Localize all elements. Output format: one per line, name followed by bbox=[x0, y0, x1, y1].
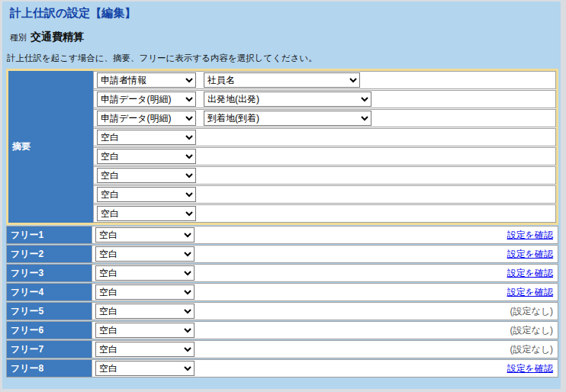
free-6-no-setting-text: (設定なし) bbox=[510, 325, 553, 336]
summary-4-source-select[interactable]: 空白 bbox=[97, 130, 196, 145]
free-4-confirm-settings-link[interactable]: 設定を確認 bbox=[507, 287, 553, 297]
summary-3-source-select[interactable]: 申請データ(明細) bbox=[97, 111, 196, 126]
free-7-content: 空白 (設定なし) bbox=[92, 341, 558, 358]
free-row-7: フリー7 空白 (設定なし) bbox=[6, 340, 558, 358]
free-row-5: フリー5 空白 (設定なし) bbox=[6, 302, 558, 320]
summary-section: 摘要 申請者情報 社員名 申請データ(明細) 出発地(出発) 申請データ(明細)… bbox=[6, 69, 558, 225]
summary-row-1: 申請者情報 社員名 bbox=[94, 71, 556, 89]
free-7-no-setting-text: (設定なし) bbox=[510, 344, 553, 355]
free-3-row-header: フリー3 bbox=[7, 265, 92, 281]
free-1-row-header: フリー1 bbox=[7, 227, 92, 243]
free-1-source-select[interactable]: 空白 bbox=[95, 227, 195, 243]
summary-8-source-select[interactable]: 空白 bbox=[97, 206, 196, 221]
category-label: 種別 bbox=[10, 33, 27, 42]
free-3-content: 空白 設定を確認 bbox=[92, 265, 558, 281]
free-2-content: 空白 設定を確認 bbox=[92, 246, 558, 262]
free-8-source-select[interactable]: 空白 bbox=[95, 361, 195, 376]
free-6-row-header: フリー6 bbox=[7, 322, 92, 339]
free-5-content: 空白 (設定なし) bbox=[92, 303, 558, 320]
free-1-confirm-settings-link[interactable]: 設定を確認 bbox=[507, 230, 553, 240]
summary-rows: 申請者情報 社員名 申請データ(明細) 出発地(出発) 申請データ(明細) 到着… bbox=[94, 71, 556, 223]
category-line: 種別交通費精算 bbox=[10, 30, 84, 44]
free-1-content: 空白 設定を確認 bbox=[92, 227, 558, 243]
free-5-no-setting-text: (設定なし) bbox=[510, 306, 553, 316]
free-3-confirm-settings-link[interactable]: 設定を確認 bbox=[507, 268, 553, 278]
free-8-content: 空白 設定を確認 bbox=[92, 360, 558, 377]
summary-row-4: 空白 bbox=[94, 128, 556, 146]
free-4-content: 空白 設定を確認 bbox=[92, 284, 558, 300]
instruction-text: 計上仕訳を起こす場合に、摘要、フリーに表示する内容を選択してください。 bbox=[7, 53, 317, 64]
free-4-row-header: フリー4 bbox=[7, 284, 92, 300]
free-row-3: フリー3 空白 設定を確認 bbox=[6, 264, 558, 282]
summary-row-6: 空白 bbox=[94, 166, 556, 185]
settings-page: 計上仕訳の設定【編集】 種別交通費精算 計上仕訳を起こす場合に、摘要、フリーに表… bbox=[2, 2, 561, 389]
summary-row-header: 摘要 bbox=[8, 71, 94, 223]
free-6-source-select[interactable]: 空白 bbox=[95, 323, 195, 338]
summary-1-field-select[interactable]: 社員名 bbox=[204, 72, 360, 88]
summary-2-field-select[interactable]: 出発地(出発) bbox=[204, 92, 371, 107]
free-3-source-select[interactable]: 空白 bbox=[95, 265, 195, 281]
free-7-row-header: フリー7 bbox=[7, 341, 92, 358]
free-5-row-header: フリー5 bbox=[7, 303, 92, 320]
summary-6-source-select[interactable]: 空白 bbox=[97, 168, 196, 183]
free-row-1: フリー1 空白 設定を確認 bbox=[6, 226, 558, 244]
category-value: 交通費精算 bbox=[31, 31, 84, 43]
summary-row-3: 申請データ(明細) 到着地(到着) bbox=[94, 109, 556, 127]
free-8-row-header: フリー8 bbox=[7, 360, 92, 377]
free-6-content: 空白 (設定なし) bbox=[92, 322, 558, 339]
page-title: 計上仕訳の設定【編集】 bbox=[10, 6, 136, 21]
summary-2-source-select[interactable]: 申請データ(明細) bbox=[97, 92, 196, 107]
journal-settings-table: 摘要 申請者情報 社員名 申請データ(明細) 出発地(出発) 申請データ(明細)… bbox=[6, 69, 558, 378]
free-row-4: フリー4 空白 設定を確認 bbox=[6, 283, 558, 301]
summary-row-5: 空白 bbox=[94, 147, 556, 165]
free-8-confirm-settings-link[interactable]: 設定を確認 bbox=[507, 363, 553, 374]
free-row-8: フリー8 空白 設定を確認 bbox=[6, 359, 558, 378]
free-5-source-select[interactable]: 空白 bbox=[95, 304, 195, 319]
summary-3-field-select[interactable]: 到着地(到着) bbox=[204, 111, 371, 126]
free-2-confirm-settings-link[interactable]: 設定を確認 bbox=[507, 249, 553, 259]
summary-1-source-select[interactable]: 申請者情報 bbox=[97, 72, 196, 88]
free-2-row-header: フリー2 bbox=[7, 246, 92, 262]
free-row-2: フリー2 空白 設定を確認 bbox=[6, 245, 558, 263]
summary-row-8: 空白 bbox=[94, 204, 556, 223]
summary-row-2: 申請データ(明細) 出発地(出発) bbox=[94, 90, 556, 108]
summary-5-source-select[interactable]: 空白 bbox=[97, 149, 196, 164]
free-4-source-select[interactable]: 空白 bbox=[95, 284, 195, 300]
free-row-6: フリー6 空白 (設定なし) bbox=[6, 321, 558, 339]
free-7-source-select[interactable]: 空白 bbox=[95, 342, 195, 357]
summary-7-source-select[interactable]: 空白 bbox=[97, 187, 196, 202]
summary-row-7: 空白 bbox=[94, 185, 556, 204]
free-2-source-select[interactable]: 空白 bbox=[95, 246, 195, 262]
